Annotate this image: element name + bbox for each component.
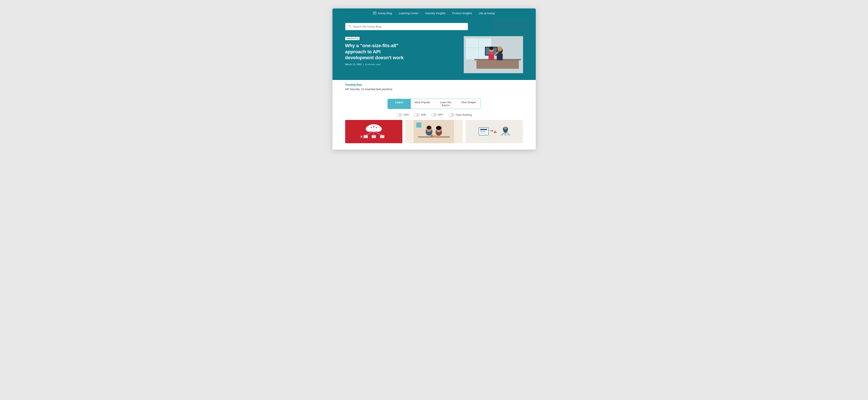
hero-image-container <box>464 36 523 73</box>
svg-rect-19 <box>476 60 519 69</box>
filter-b2b[interactable]: B2B <box>414 113 426 116</box>
svg-point-41 <box>376 127 377 128</box>
svg-rect-33 <box>361 136 362 138</box>
people-photo-illustration <box>414 120 454 143</box>
filter-toggle-b2b[interactable] <box>414 113 420 116</box>
filter-toggle-apis[interactable] <box>396 113 402 116</box>
filter-toggle-mft[interactable] <box>431 113 437 116</box>
svg-line-36 <box>366 131 374 135</box>
filter-label-mft: MFT <box>438 113 443 116</box>
hero-photo-illustration <box>464 36 523 73</box>
nav-item-life-at-axway[interactable]: Life at Axway <box>479 12 495 15</box>
nav-item-industry-insights[interactable]: Industry Insights <box>426 12 445 15</box>
filter-label-b2b: B2B <box>421 113 426 116</box>
nav-item-learning-center[interactable]: Learning Center <box>399 12 418 15</box>
svg-point-50 <box>436 126 441 130</box>
trending-label: Trending Now <box>345 84 523 86</box>
book-icon <box>373 12 376 14</box>
nav-item-product-insights[interactable]: Product Insights <box>452 12 472 15</box>
card-2-image <box>405 120 463 143</box>
svg-point-51 <box>433 135 437 137</box>
tab-latest[interactable]: Latest <box>388 99 411 109</box>
svg-point-40 <box>373 126 374 127</box>
filter-mft[interactable]: MFT <box>431 113 443 116</box>
search-bar-container <box>345 23 468 30</box>
svg-point-47 <box>427 126 431 129</box>
svg-rect-58 <box>480 131 486 132</box>
svg-point-39 <box>371 127 372 128</box>
card-1[interactable] <box>345 120 403 143</box>
hero-text: PRODUCTS Why a "one-size-fits-all" appro… <box>345 36 464 66</box>
filter-label-open-banking: Open Banking <box>456 113 472 116</box>
filter-apis[interactable]: APIs <box>396 113 409 116</box>
nav-item-axway-blog[interactable]: Axway Blog <box>373 12 392 15</box>
hero-content: PRODUCTS Why a "one-size-fits-all" appro… <box>345 36 523 73</box>
svg-rect-21 <box>497 54 503 60</box>
svg-rect-32 <box>364 135 368 138</box>
svg-rect-59 <box>480 133 485 133</box>
svg-rect-35 <box>380 135 384 138</box>
svg-rect-43 <box>416 123 422 128</box>
svg-text:+: + <box>494 130 496 134</box>
svg-point-67 <box>503 129 507 133</box>
hero-title: Why a "one-size-fits-all" approach to AP… <box>345 43 409 61</box>
card-2[interactable] <box>405 120 463 143</box>
svg-rect-34 <box>372 135 376 138</box>
search-icon <box>348 25 351 28</box>
filters-section: APIs B2B MFT Open Banking <box>333 111 536 120</box>
hero-image <box>464 36 523 73</box>
card-3-image: + <box>466 120 523 143</box>
products-badge: PRODUCTS <box>345 37 360 40</box>
browser-window: Axway Blog Learning Center Industry Insi… <box>333 8 536 149</box>
svg-rect-24 <box>489 54 494 60</box>
svg-rect-57 <box>480 129 487 130</box>
card-1-image <box>345 120 403 143</box>
svg-point-26 <box>489 46 493 50</box>
top-navigation: Axway Blog Learning Center Industry Insi… <box>333 8 536 18</box>
tab-most-popular[interactable]: Most Popular <box>411 99 434 109</box>
hero-meta: March 11, 2022 | 8-minute read <box>345 63 457 66</box>
hero-section: PRODUCTS Why a "one-size-fits-all" appro… <box>333 18 536 80</box>
cards-section: + <box>333 120 536 149</box>
svg-line-9 <box>350 27 351 28</box>
tabs-section: Latest Most Popular Learn the Basics Div… <box>333 95 536 111</box>
svg-point-22 <box>497 46 502 52</box>
transfer-icon-illustration: + <box>474 120 514 143</box>
tabs-bar: Latest Most Popular Learn the Basics Div… <box>388 99 481 109</box>
search-input[interactable] <box>353 25 465 28</box>
cloud-network-icon <box>359 122 389 141</box>
svg-rect-31 <box>367 129 380 131</box>
trending-section: Trending Now API Security: 12 essential … <box>333 80 536 95</box>
card-3[interactable]: + <box>466 120 523 143</box>
tab-dive-deeper[interactable]: Dive Deeper <box>457 99 480 109</box>
tab-learn-basics[interactable]: Learn the Basics <box>434 99 457 109</box>
filter-label-apis: APIs <box>403 113 409 116</box>
trending-link[interactable]: API Security: 12 essential best practice… <box>345 88 393 91</box>
filter-open-banking[interactable]: Open Banking <box>448 113 472 116</box>
filter-toggle-open-banking[interactable] <box>448 113 455 116</box>
svg-line-38 <box>374 131 382 135</box>
svg-point-52 <box>431 135 433 136</box>
